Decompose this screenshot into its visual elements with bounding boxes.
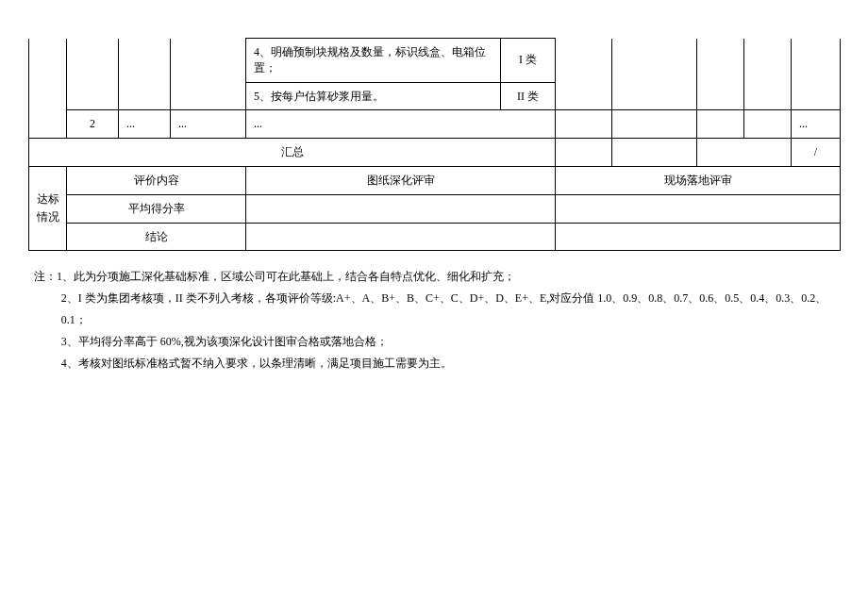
summary-right: / (792, 139, 841, 167)
row-index: 2 (67, 110, 119, 139)
empty-cell (556, 194, 841, 223)
note-line-2: 2、I 类为集团考核项，II 类不列入考核，各项评价等级:A+、A、B+、B、C… (34, 288, 840, 331)
standard-header-row: 达标情况 评价内容 图纸深化评审 现场落地评审 (29, 166, 841, 194)
eval-content-header: 评价内容 (67, 166, 246, 194)
standard-conclusion-row: 结论 (29, 223, 841, 251)
empty-cell (697, 139, 792, 167)
empty-cell (556, 223, 841, 251)
empty-cell (556, 110, 612, 139)
site-review-header: 现场落地评审 (556, 166, 841, 194)
empty-cell (612, 139, 697, 167)
note-line-1: 注：1、此为分项施工深化基础标准，区域公司可在此基础上，结合各自特点优化、细化和… (34, 266, 840, 288)
criteria-text: 4、明确预制块规格及数量，标识线盒、电箱位置； (246, 39, 501, 83)
criteria-text: 5、按每户估算砂浆用量。 (246, 82, 501, 110)
conclusion-label: 结论 (67, 223, 246, 251)
summary-row: 汇总 / (29, 139, 841, 167)
criteria-class: II 类 (501, 82, 556, 110)
ellipsis-cell: ... (171, 110, 246, 139)
ellipsis-cell: ... (119, 110, 171, 139)
table-row: 4、明确预制块规格及数量，标识线盒、电箱位置； I 类 (29, 39, 841, 83)
drawing-review-header: 图纸深化评审 (246, 166, 556, 194)
criteria-class: I 类 (501, 39, 556, 83)
empty-cell (556, 139, 612, 167)
empty-cell (612, 110, 697, 139)
note-line-3: 3、平均得分率高于 60%,视为该项深化设计图审合格或落地合格； (34, 331, 840, 353)
standard-avg-row: 平均得分率 (29, 194, 841, 223)
empty-cell (744, 110, 792, 139)
empty-cell (246, 223, 556, 251)
ellipsis-cell: ... (792, 110, 841, 139)
evaluation-table: 4、明确预制块规格及数量，标识线盒、电箱位置； I 类 5、按每户估算砂浆用量。… (28, 38, 841, 251)
document-page: 4、明确预制块规格及数量，标识线盒、电箱位置； I 类 5、按每户估算砂浆用量。… (0, 0, 868, 614)
ellipsis-cell: ... (246, 110, 556, 139)
note-prefix: 注： (34, 270, 57, 283)
note-text: 1、此为分项施工深化基础标准，区域公司可在此基础上，结合各自特点优化、细化和扩充… (57, 270, 515, 283)
avg-score-label: 平均得分率 (67, 194, 246, 223)
empty-cell (697, 110, 744, 139)
table-row: 2 ... ... ... ... (29, 110, 841, 139)
note-line-4: 4、考核对图纸标准格式暂不纳入要求，以条理清晰，满足项目施工需要为主。 (34, 353, 840, 374)
standard-label: 达标情况 (29, 166, 67, 250)
notes-section: 注：1、此为分项施工深化基础标准，区域公司可在此基础上，结合各自特点优化、细化和… (28, 266, 840, 373)
summary-label: 汇总 (29, 139, 556, 167)
empty-cell (246, 194, 556, 223)
